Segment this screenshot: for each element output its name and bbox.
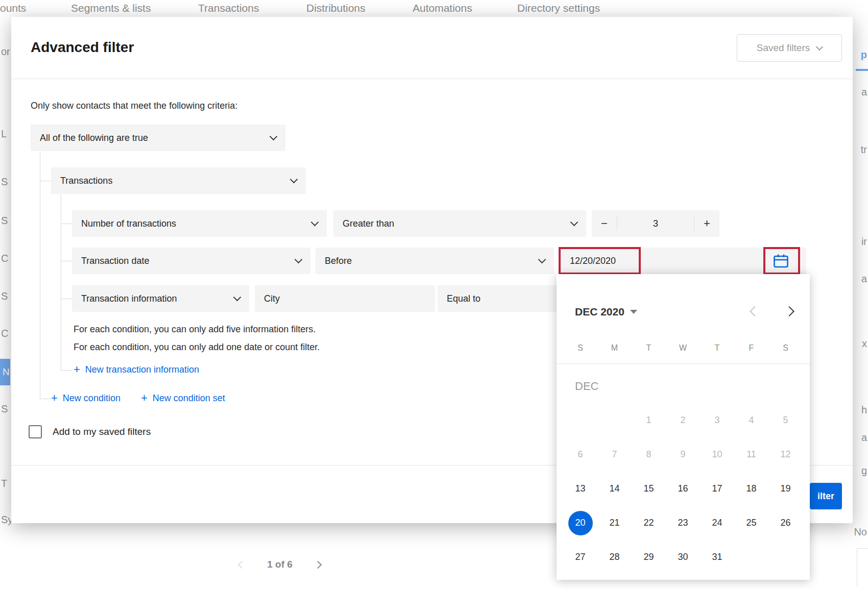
- calendar-day[interactable]: 21: [597, 506, 632, 540]
- group-logic-dropdown[interactable]: All of the following are true: [31, 125, 285, 151]
- info-text: For each condition, you can only add fiv…: [74, 324, 316, 335]
- tree-connector: [61, 261, 72, 261]
- calendar-month-row-label: DEC: [575, 380, 598, 393]
- plus-icon: +: [74, 364, 80, 375]
- calendar-grid: 1234567891011121314151617181920212223242…: [563, 403, 803, 574]
- calendar-day[interactable]: 22: [632, 506, 666, 540]
- link-label: New condition: [63, 393, 120, 404]
- caret-down-icon: [630, 310, 637, 314]
- calendar-day[interactable]: 31: [700, 540, 734, 574]
- new-condition-link[interactable]: + New condition: [51, 392, 120, 404]
- calendar-day[interactable]: 15: [632, 472, 666, 506]
- saved-filters-button[interactable]: Saved filters: [737, 34, 842, 62]
- calendar-day[interactable]: 2: [666, 403, 700, 437]
- calendar-day[interactable]: 18: [734, 472, 768, 506]
- tree-connector: [40, 399, 51, 399]
- calendar-day[interactable]: 17: [700, 472, 734, 506]
- filter-field-value: Transaction date: [81, 256, 149, 266]
- calendar-day[interactable]: 25: [734, 506, 768, 540]
- calendar-day[interactable]: 14: [597, 472, 632, 506]
- calendar-divider: [557, 363, 810, 364]
- apply-filter-button[interactable]: ilter: [810, 483, 842, 509]
- header-divider: [11, 79, 853, 79]
- weekday-label: T: [632, 343, 666, 353]
- calendar-day[interactable]: 3: [700, 403, 734, 437]
- calendar-day[interactable]: 10: [700, 437, 734, 472]
- calendar-day[interactable]: 5: [768, 403, 803, 437]
- calendar-day[interactable]: 29: [632, 540, 666, 574]
- calendar-selected-day: 20: [568, 511, 593, 535]
- filter-operator-dropdown[interactable]: Greater than: [333, 210, 586, 237]
- weekday-label: T: [700, 343, 734, 353]
- filter-operator-value: Greater than: [343, 218, 394, 229]
- calendar-day[interactable]: 1: [632, 403, 666, 437]
- chevron-down-icon: [295, 256, 303, 264]
- information-field-value: City: [264, 293, 280, 304]
- information-field-dropdown[interactable]: City: [255, 285, 435, 312]
- filter-field-dropdown[interactable]: Transaction information: [72, 285, 249, 312]
- calendar-day[interactable]: 4: [734, 403, 768, 437]
- calendar-day[interactable]: 7: [597, 437, 632, 472]
- filter-field-value: Number of transactions: [81, 218, 176, 229]
- tree-connector: [61, 370, 72, 371]
- info-text: For each condition, you can only add one…: [74, 342, 320, 353]
- chevron-down-icon: [270, 133, 278, 141]
- filter-field-dropdown[interactable]: Number of transactions: [72, 210, 327, 237]
- calendar-day[interactable]: 27: [563, 540, 597, 574]
- calendar-day[interactable]: 28: [597, 540, 632, 574]
- condition-links-row: + New condition + New condition set: [51, 392, 225, 404]
- chevron-left-icon: [750, 306, 760, 316]
- chevron-down-icon: [290, 176, 298, 184]
- date-input-value: 12/20/2020: [570, 256, 616, 266]
- filter-operator-dropdown[interactable]: Before: [316, 248, 554, 274]
- calendar-day[interactable]: 24: [700, 506, 734, 540]
- stepper-decrement-button[interactable]: −: [592, 217, 617, 230]
- weekday-label: M: [597, 343, 632, 353]
- chevron-down-icon: [816, 43, 823, 50]
- weekday-label: S: [768, 343, 803, 353]
- stepper-increment-button[interactable]: +: [694, 217, 719, 230]
- calendar-day[interactable]: 19: [768, 472, 803, 506]
- calendar-empty-cell: [768, 540, 803, 574]
- count-stepper: − 3 +: [592, 210, 719, 237]
- calendar-month-label: DEC 2020: [575, 306, 624, 318]
- chevron-down-icon: [538, 256, 546, 264]
- condition-source-dropdown[interactable]: Transactions: [51, 167, 306, 194]
- calendar-day[interactable]: 13: [563, 472, 597, 506]
- calendar-empty-cell: [597, 403, 632, 437]
- information-operator-value: Equal to: [447, 293, 480, 304]
- save-filter-row: Add to my saved filters: [29, 425, 151, 438]
- calendar-weekday-row: SMTWTFS: [563, 343, 803, 353]
- date-input[interactable]: 12/20/2020: [560, 248, 806, 274]
- calendar-month-selector[interactable]: DEC 2020: [575, 306, 637, 318]
- add-to-saved-filters-checkbox[interactable]: [29, 425, 42, 438]
- group-logic-value: All of the following are true: [40, 133, 148, 143]
- filter-operator-value: Before: [325, 256, 352, 266]
- plus-icon: +: [141, 392, 148, 404]
- calendar-day[interactable]: 12: [768, 437, 803, 472]
- tree-connector: [61, 194, 61, 370]
- calendar-day[interactable]: 26: [768, 506, 803, 540]
- calendar-day[interactable]: 11: [734, 437, 768, 472]
- tree-connector: [40, 181, 51, 181]
- calendar-empty-cell: [563, 403, 597, 437]
- calendar-day[interactable]: 30: [666, 540, 700, 574]
- calendar-icon[interactable]: [773, 253, 789, 268]
- filter-field-dropdown[interactable]: Transaction date: [72, 248, 310, 274]
- chevron-down-icon: [233, 293, 242, 302]
- calendar-day[interactable]: 6: [563, 437, 597, 472]
- plus-icon: +: [51, 392, 58, 404]
- calendar-next-month-button[interactable]: [786, 308, 793, 317]
- calendar-day[interactable]: 9: [666, 437, 700, 472]
- calendar-day[interactable]: 16: [666, 472, 700, 506]
- calendar-day[interactable]: 23: [666, 506, 700, 540]
- calendar-prev-month-button: [751, 308, 758, 317]
- calendar-day[interactable]: 20: [563, 506, 597, 540]
- calendar-day[interactable]: 8: [632, 437, 666, 472]
- tree-connector: [61, 224, 72, 224]
- criteria-text: Only show contacts that meet the followi…: [31, 101, 237, 111]
- new-transaction-information-link[interactable]: + New transaction information: [74, 364, 199, 375]
- condition-source-value: Transactions: [60, 176, 112, 186]
- stepper-value[interactable]: 3: [617, 218, 694, 229]
- new-condition-set-link[interactable]: + New condition set: [141, 392, 225, 404]
